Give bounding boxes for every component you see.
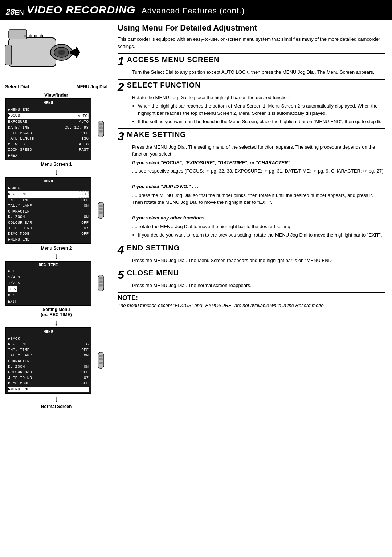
menu2-item-9: ▶MENU END xyxy=(8,237,89,242)
step-1-header: 1 ACCESS MENU SCREEN xyxy=(118,56,385,67)
rec-time-title: REC TIME xyxy=(8,263,89,267)
viewfinder-section: Viewfinder MENU ▶MENU END FOCUSAUTO EXPO… xyxy=(5,92,107,409)
step-3-sub-1-text: .... see respective pages (FOCUS: ☞ pg. … xyxy=(132,167,385,175)
menu1-item-8: ▶NEXT xyxy=(8,153,89,158)
step-2-title: SELECT FUNCTION xyxy=(127,81,201,89)
svg-point-7 xyxy=(29,35,32,37)
page-header: 28EN VIDEO RECORDING Advanced Features (… xyxy=(0,0,392,20)
step-3-sub-3-title: If you select any other functions . . . xyxy=(132,214,385,222)
arrow-down-4: ↓ xyxy=(5,395,107,403)
jog-dial-side-4 xyxy=(94,352,107,370)
menu1-item-0: ▶MENU END xyxy=(8,107,89,113)
step-2-number: 2 xyxy=(118,81,124,93)
camcorder-image xyxy=(5,23,81,81)
final-item-6: COLOUR BAROFF xyxy=(8,370,89,375)
final-menu-row: MENU ▶BACK REC TIME1S INT. TIMEOFF TALLY… xyxy=(5,327,107,395)
step-5-title: CLOSE MENU xyxy=(127,269,179,277)
step-4-section: 4 END SETTING Press the MENU Jog Dial. T… xyxy=(118,242,385,264)
step-4-header: 4 END SETTING xyxy=(118,244,385,255)
menu2-item-7: JLIP ID NO.07 xyxy=(8,226,89,231)
final-menu-title: MENU xyxy=(8,329,89,335)
svg-rect-22 xyxy=(99,284,103,286)
step-5-body: Press the MENU Jog Dial. The normal scre… xyxy=(132,282,385,289)
svg-point-6 xyxy=(24,35,26,37)
step-5-header: 5 CLOSE MENU xyxy=(118,269,385,280)
svg-rect-26 xyxy=(99,362,103,364)
menu2-item-0: ▶BACK xyxy=(8,186,89,191)
menu2-item-8: DEMO MODEOFF xyxy=(8,231,89,237)
svg-point-3 xyxy=(58,50,65,55)
page-number: 28EN xyxy=(6,2,24,18)
menu-screen-1-box: MENU ▶MENU END FOCUSAUTO EXPOSUREAUTO DA… xyxy=(5,98,91,160)
step-3-sub-3-bullets: If you decide you want to return to the … xyxy=(138,231,385,239)
svg-rect-25 xyxy=(99,358,103,360)
final-item-0: ▶BACK xyxy=(8,336,89,342)
dial-labels: Select Dial MENU Jog Dial xyxy=(5,84,107,89)
rec-time-opt-0: OFF xyxy=(8,268,89,274)
menu2-title: MENU xyxy=(8,179,89,185)
svg-rect-16 xyxy=(99,205,103,207)
setting-menu-row: REC TIME OFF 1/4 S 1/2 S 1 S 5 S EXIT xyxy=(5,261,107,306)
rec-time-opt-3: 1 S xyxy=(8,286,17,292)
menu-jog-dial-label: MENU Jog Dial xyxy=(77,84,107,89)
note-title: NOTE: xyxy=(118,294,138,302)
left-column: Select Dial MENU Jog Dial Viewfinder MEN… xyxy=(0,20,113,414)
menu1-item-5: TAPE LENGTHT30 xyxy=(8,136,89,141)
final-item-5: D. ZOOMON xyxy=(8,364,89,370)
svg-point-9 xyxy=(40,35,43,37)
intro-text: This camcorder is equipped with an easy-… xyxy=(118,36,385,50)
menu1-item-2: EXPOSUREAUTO xyxy=(8,119,89,125)
step-5-section: 5 CLOSE MENU Press the MENU Jog Dial. Th… xyxy=(118,267,385,289)
setting-menu-label: Setting Menu (ex. REC TIME) xyxy=(5,307,107,317)
menu1-item-7: ZOOM SPEEDFAST xyxy=(8,147,89,153)
step-3-sub-2-text: .... press the MENU Jog Dial so that the… xyxy=(132,192,385,206)
menu-screen-2-label: Menu Screen 2 xyxy=(5,246,107,251)
step-4-title: END SETTING xyxy=(127,244,180,252)
menu2-item-4: CHARACTER xyxy=(8,209,89,214)
final-menu-box: MENU ▶BACK REC TIME1S INT. TIMEOFF TALLY… xyxy=(5,327,91,394)
final-item-3: TALLY LAMPON xyxy=(8,353,89,358)
menu1-title: MENU xyxy=(8,100,89,106)
menu-screen-1-label: Menu Screen 1 xyxy=(5,162,107,167)
rec-time-opt-1: 1/4 S xyxy=(8,274,89,280)
svg-rect-21 xyxy=(99,281,103,283)
final-item-1: REC TIME1S xyxy=(8,342,89,347)
step-3-title: MAKE SETTING xyxy=(127,130,186,138)
step-2-bullet-1: If the setting you want can't be found i… xyxy=(138,118,385,125)
viewfinder-label: Viewfinder xyxy=(5,92,107,98)
rec-time-box: REC TIME OFF 1/4 S 1/2 S 1 S 5 S EXIT xyxy=(5,261,91,306)
step-3-sub-1-title: If you select "FOCUS", "EXPOSURE", "DATE… xyxy=(132,159,385,166)
step-3-number: 3 xyxy=(118,130,124,142)
menu1-item-3: DATE/TIME25. 12. 98 xyxy=(8,125,89,130)
final-item-2: INT. TIMEOFF xyxy=(8,347,89,353)
svg-rect-4 xyxy=(9,30,27,39)
step-2-bullets: When the highlight bar reaches the botto… xyxy=(138,102,385,125)
jog-dial-side-3 xyxy=(94,274,107,293)
svg-point-8 xyxy=(34,35,37,37)
arrow-down-1: ↓ xyxy=(5,168,107,176)
svg-rect-24 xyxy=(99,355,103,357)
arrow-down-2: ↓ xyxy=(5,252,107,260)
header-title: VIDEO RECORDING Advanced Features (cont.… xyxy=(27,4,245,16)
menu1-item-4: TELE MACROOFF xyxy=(8,130,89,136)
step-1-title: ACCESS MENU SCREEN xyxy=(127,56,220,64)
svg-rect-20 xyxy=(99,277,103,279)
step-3-body: Press the MENU Jog Dial. The setting men… xyxy=(132,144,385,239)
jog-dial-side-2 xyxy=(94,202,107,220)
menu1-item-6: M. W. B.AUTO xyxy=(8,142,89,147)
camcorder-diagram xyxy=(5,23,107,81)
svg-rect-14 xyxy=(99,130,103,133)
note-section: NOTE: The menu function except "FOCUS" a… xyxy=(118,292,385,309)
step-3-section: 3 MAKE SETTING Press the MENU Jog Dial. … xyxy=(118,128,385,239)
svg-rect-5 xyxy=(5,45,12,65)
main-section-title: Using Menu For Detailed Adjustment xyxy=(118,23,385,33)
final-item-4: CHARACTER xyxy=(8,359,89,364)
menu1-item-1: FOCUSAUTO xyxy=(8,113,89,119)
svg-rect-18 xyxy=(99,211,103,214)
menu2-item-3: TALLY LAMPON xyxy=(8,203,89,209)
step-3-header: 3 MAKE SETTING xyxy=(118,130,385,142)
step-1-number: 1 xyxy=(118,56,124,67)
rec-time-opt-2: 1/2 S xyxy=(8,280,89,286)
menu2-item-1: REC TIMEOFF xyxy=(8,191,89,198)
svg-rect-17 xyxy=(99,208,103,210)
